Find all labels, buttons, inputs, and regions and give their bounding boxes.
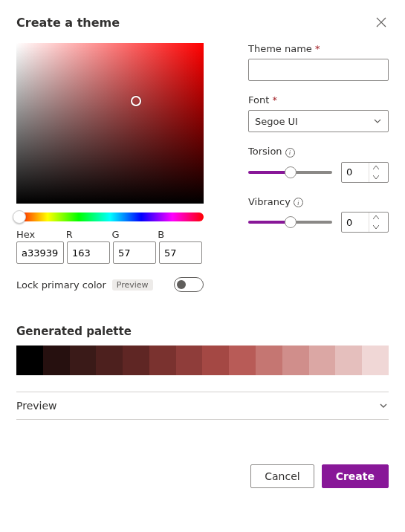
vibrancy-step-down[interactable]	[369, 222, 383, 232]
saturation-value-handle[interactable]	[131, 96, 141, 106]
cancel-button[interactable]: Cancel	[250, 464, 314, 488]
b-label: B	[158, 229, 204, 240]
torsion-step-up[interactable]	[369, 163, 383, 172]
vibrancy-slider[interactable]	[248, 221, 332, 224]
torsion-slider[interactable]	[248, 171, 332, 174]
font-select[interactable]: Segoe UI	[248, 110, 389, 132]
torsion-label: Torsioni	[248, 146, 389, 158]
saturation-value-picker[interactable]	[16, 43, 204, 204]
palette-swatch	[70, 346, 97, 375]
font-select-value: Segoe UI	[255, 116, 298, 127]
generated-palette	[16, 346, 389, 375]
hue-slider[interactable]	[16, 213, 204, 221]
palette-swatch	[335, 346, 362, 375]
palette-swatch	[43, 346, 70, 375]
torsion-spin[interactable]	[341, 162, 389, 183]
palette-swatch	[282, 346, 309, 375]
create-button[interactable]: Create	[322, 464, 389, 488]
lock-primary-toggle[interactable]	[174, 277, 204, 292]
palette-swatch	[16, 346, 43, 375]
toggle-knob	[177, 280, 186, 289]
hex-label: Hex	[16, 229, 66, 240]
b-input[interactable]	[159, 241, 202, 264]
vibrancy-value-input[interactable]	[342, 217, 369, 228]
torsion-step-down[interactable]	[369, 172, 383, 182]
palette-swatch	[362, 346, 389, 375]
lock-primary-label: Lock primary color	[16, 279, 106, 291]
r-label: R	[66, 229, 112, 240]
vibrancy-slider-thumb[interactable]	[285, 216, 297, 228]
palette-swatch	[256, 346, 282, 375]
chevron-down-icon	[378, 400, 389, 411]
close-button[interactable]	[374, 15, 389, 30]
torsion-value-input[interactable]	[342, 166, 369, 178]
g-input[interactable]	[113, 241, 156, 264]
preview-badge: Preview	[112, 279, 153, 291]
palette-swatch	[309, 346, 336, 375]
font-label: Font *	[248, 94, 389, 106]
palette-swatch	[229, 346, 256, 375]
hue-slider-handle[interactable]	[13, 210, 26, 224]
vibrancy-spin[interactable]	[341, 212, 389, 233]
torsion-slider-thumb[interactable]	[285, 166, 297, 178]
close-icon	[376, 17, 386, 27]
vibrancy-step-up[interactable]	[369, 213, 383, 222]
vibrancy-label: Vibrancyi	[248, 196, 389, 208]
preview-label: Preview	[16, 400, 57, 412]
dialog-title: Create a theme	[16, 16, 120, 30]
generated-palette-title: Generated palette	[16, 325, 389, 338]
info-icon[interactable]: i	[285, 148, 295, 158]
preview-accordion[interactable]: Preview	[16, 392, 389, 420]
chevron-down-icon	[373, 117, 382, 126]
palette-swatch	[202, 346, 229, 375]
theme-name-label: Theme name *	[248, 43, 389, 54]
theme-name-input[interactable]	[248, 59, 389, 81]
hex-input[interactable]	[16, 241, 64, 264]
g-label: G	[111, 229, 158, 240]
info-icon[interactable]: i	[294, 198, 303, 207]
palette-swatch	[123, 346, 149, 375]
palette-swatch	[96, 346, 123, 375]
palette-swatch	[149, 346, 176, 375]
r-input[interactable]	[67, 241, 110, 264]
palette-swatch	[176, 346, 203, 375]
